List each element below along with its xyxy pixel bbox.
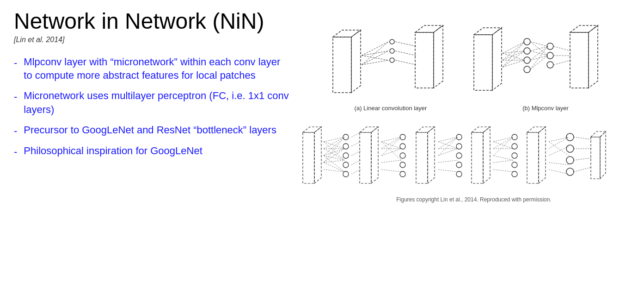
copyright-text: Figures copyright Lin et al., 2014. Repr… [396,196,552,203]
svg-marker-53 [314,127,321,183]
svg-marker-52 [303,127,321,132]
svg-point-109 [456,153,462,158]
svg-line-11 [395,60,416,65]
svg-line-45 [553,46,571,51]
svg-line-144 [574,167,592,172]
bullet-dash-4: - [14,145,17,159]
svg-marker-130 [539,127,546,183]
svg-line-36 [530,46,548,51]
bullet-dash-2: - [14,90,17,104]
svg-line-85 [381,142,401,149]
svg-point-30 [524,38,530,45]
svg-rect-18 [474,35,492,90]
svg-line-102 [438,142,458,149]
svg-line-60 [324,142,344,160]
svg-point-69 [343,134,349,140]
page-title: Network in Network (NiN) [14,9,291,34]
svg-line-82 [381,137,401,142]
bullet-item-2: - Micronetwork uses multilayer perceptro… [14,89,291,116]
svg-line-122 [493,169,513,172]
svg-rect-51 [303,132,314,183]
bullet-list: - Mlpconv layer with “micronetwork” with… [14,55,291,159]
svg-marker-49 [570,25,598,32]
svg-rect-145 [591,137,600,179]
nin-architecture-svg [301,119,644,193]
svg-point-73 [343,171,349,177]
svg-line-84 [381,137,401,156]
svg-point-14 [390,58,394,63]
svg-line-29 [503,60,525,67]
svg-marker-76 [371,127,378,183]
svg-line-135 [549,163,569,165]
svg-point-32 [524,57,530,63]
svg-point-12 [390,39,394,44]
svg-line-99 [438,137,458,142]
svg-line-131 [549,137,569,142]
svg-line-81 [351,169,361,174]
svg-point-111 [456,171,462,177]
svg-line-133 [549,146,569,156]
svg-line-80 [351,160,361,165]
citation: [Lin et al. 2014] [14,36,291,44]
svg-rect-48 [570,32,589,88]
svg-point-125 [512,153,517,158]
svg-marker-2 [351,30,361,93]
svg-marker-17 [434,25,443,88]
svg-line-47 [553,60,571,65]
svg-point-108 [456,144,462,149]
svg-line-9 [395,42,416,46]
top-diagrams: (a) Linear convolution layer [328,14,619,112]
svg-line-101 [438,137,458,156]
bullet-text-1: Mlpconv layer with “micronetwork” within… [24,55,291,82]
svg-point-92 [400,144,405,149]
svg-line-66 [324,169,344,172]
bottom-diagram: Figures copyright Lin et al., 2014. Repr… [301,119,644,203]
svg-line-120 [493,156,513,160]
svg-point-140 [566,168,574,175]
bullet-item-4: - Philosophical inspiration for GoogLeNe… [14,144,291,159]
linear-conv-caption: (a) Linear convolution layer [355,105,427,112]
svg-line-10 [395,51,416,56]
svg-line-56 [324,137,344,156]
bullet-item-1: - Mlpconv layer with “micronetwork” with… [14,55,291,82]
bullet-item-3: - Precursor to GoogLeNet and ResNet “bot… [14,123,291,138]
svg-point-94 [400,162,405,168]
svg-point-42 [547,43,553,50]
svg-marker-50 [589,25,598,88]
mlpconv-diagram: (b) Mlpconv layer [472,14,619,112]
linear-conv-svg [328,14,453,102]
bullet-text-3: Precursor to GoogLeNet and ResNet “bottl… [24,123,276,137]
svg-line-106 [438,169,458,172]
svg-line-134 [549,142,569,156]
svg-point-127 [512,171,517,177]
svg-line-115 [493,137,513,142]
svg-marker-16 [415,25,443,32]
bullet-dash-1: - [14,56,17,70]
svg-line-25 [503,51,525,60]
svg-marker-147 [600,132,606,179]
svg-rect-15 [415,32,434,88]
svg-point-138 [566,145,574,152]
bullet-dash-3: - [14,124,17,138]
svg-marker-113 [472,127,490,132]
svg-line-141 [574,137,592,139]
svg-rect-112 [472,132,483,183]
svg-line-90 [381,169,401,172]
mlpconv-caption: (b) Mlpconv layer [522,105,569,112]
svg-line-68 [324,156,344,172]
mlpconv-svg [472,14,619,102]
svg-point-13 [390,49,394,53]
svg-line-77 [351,132,361,137]
svg-marker-1 [333,30,361,37]
svg-marker-146 [591,132,606,137]
svg-marker-75 [360,127,378,132]
svg-marker-98 [428,127,435,183]
svg-point-110 [456,162,462,168]
svg-line-118 [493,142,513,149]
svg-line-117 [493,137,513,156]
right-panel: (a) Linear convolution layer [301,9,644,302]
svg-line-79 [351,151,361,156]
svg-marker-97 [416,127,435,132]
bullet-text-4: Philosophical inspiration for GoogLeNet [24,144,202,158]
svg-line-121 [493,160,513,163]
